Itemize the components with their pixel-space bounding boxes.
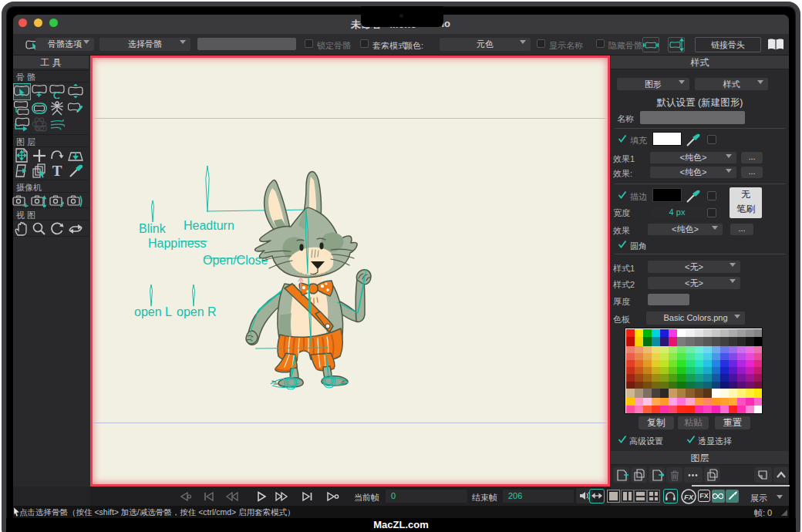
svg-text:FX: FX [684,493,694,501]
svg-text:T: T [52,163,62,178]
